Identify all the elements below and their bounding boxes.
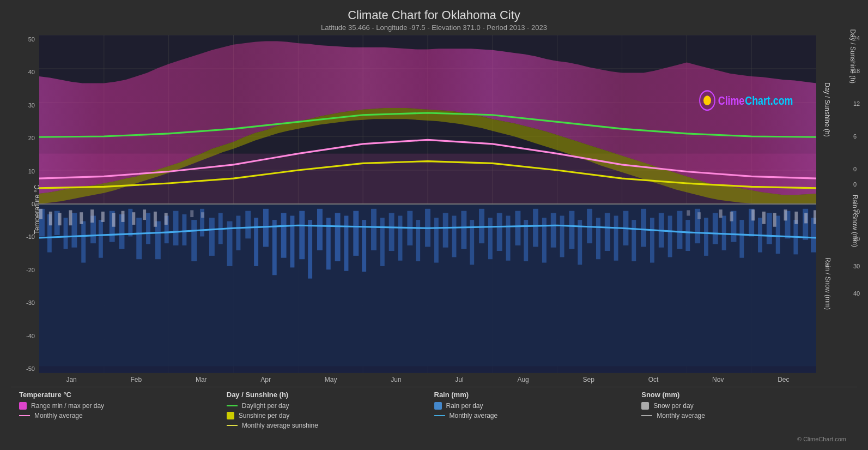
svg-rect-62 xyxy=(344,216,349,271)
svg-rect-123 xyxy=(122,211,125,222)
svg-rect-68 xyxy=(398,216,403,261)
legend-snow-avg: Monthly average xyxy=(641,412,849,419)
month-may: May xyxy=(325,376,337,383)
svg-rect-86 xyxy=(560,216,564,257)
svg-rect-126 xyxy=(154,212,157,227)
legend-snow: Snow (mm) Snow per day Monthly average xyxy=(641,391,849,429)
svg-rect-41 xyxy=(155,221,161,260)
legend-rain-box xyxy=(434,402,442,410)
title-area: Climate Chart for Oklahoma City Latitude… xyxy=(11,5,857,33)
svg-rect-78 xyxy=(488,218,493,259)
legend-rain: Rain (mm) Rain per day Monthly average xyxy=(434,391,642,429)
svg-text:Clime: Clime xyxy=(718,93,745,107)
legend-temp-avg: Monthly average xyxy=(19,412,227,419)
month-sep: Sep xyxy=(583,376,594,383)
legend-sunshine-box xyxy=(227,412,234,419)
svg-rect-134 xyxy=(751,209,755,220)
svg-rect-106 xyxy=(739,220,744,258)
svg-rect-45 xyxy=(191,220,197,261)
svg-rect-109 xyxy=(767,213,772,244)
svg-rect-115 xyxy=(39,209,43,219)
month-dec: Dec xyxy=(778,376,789,383)
svg-rect-61 xyxy=(335,213,341,261)
svg-rect-55 xyxy=(281,213,287,257)
copyright-area: © ClimeChart.com xyxy=(11,433,857,445)
legend-daylight-label: Daylight per day xyxy=(242,402,289,410)
svg-rect-63 xyxy=(353,211,359,256)
svg-rect-33 xyxy=(81,221,86,263)
legend-rain-title: Rain (mm) xyxy=(434,391,642,399)
month-feb: Feb xyxy=(130,376,142,383)
legend-snow-avg-line xyxy=(641,415,652,416)
legend-rain-avg: Monthly average xyxy=(434,412,642,419)
svg-rect-139 xyxy=(804,213,808,223)
svg-rect-117 xyxy=(58,213,62,225)
svg-rect-39 xyxy=(136,218,142,259)
svg-rect-38 xyxy=(128,209,132,237)
svg-rect-87 xyxy=(569,211,574,249)
svg-rect-91 xyxy=(605,213,610,251)
legend-sunshine-box-label: Sunshine per day xyxy=(239,412,289,419)
svg-rect-35 xyxy=(99,220,103,258)
svg-rect-122 xyxy=(112,213,116,226)
svg-rect-70 xyxy=(416,220,420,261)
svg-rect-137 xyxy=(784,209,787,220)
svg-rect-77 xyxy=(479,209,484,243)
svg-rect-129 xyxy=(201,212,204,218)
svg-rect-59 xyxy=(317,209,323,250)
legend-sunshine-avg-label: Monthly average sunshine xyxy=(242,422,318,429)
svg-rect-73 xyxy=(443,213,448,247)
right-axis-container: Day / Sunshine (h) Rain / Snow (mm) xyxy=(816,35,857,383)
legend-sunshine-title: Day / Sunshine (h) xyxy=(227,391,434,399)
svg-rect-98 xyxy=(668,216,672,257)
y-label-right-sunshine: Day / Sunshine (h) xyxy=(822,82,832,136)
main-container: Climate Chart for Oklahoma City Latitude… xyxy=(0,0,868,450)
legend-snow-box xyxy=(641,402,649,410)
legend-sunshine: Day / Sunshine (h) Daylight per day Suns… xyxy=(227,391,434,429)
svg-rect-118 xyxy=(69,210,72,225)
month-apr: Apr xyxy=(260,376,271,383)
month-oct: Oct xyxy=(648,376,659,383)
legend-temp-avg-line xyxy=(19,415,30,416)
svg-rect-138 xyxy=(794,212,798,224)
svg-rect-85 xyxy=(551,213,556,247)
svg-rect-95 xyxy=(641,209,646,247)
svg-rect-120 xyxy=(90,209,94,223)
chart-subtitle: Latitude 35.466 - Longitude -97.5 - Elev… xyxy=(11,23,857,32)
svg-point-147 xyxy=(703,95,711,105)
svg-rect-75 xyxy=(461,211,466,249)
legend-rain-avg-label: Monthly average xyxy=(450,412,498,419)
legend-rain-box-label: Rain per day xyxy=(446,402,483,410)
chart-title: Climate Chart for Oklahoma City xyxy=(11,8,857,22)
svg-rect-135 xyxy=(762,212,766,224)
x-axis-months: Jan Feb Mar Apr May Jun Jul Aug Sep Oct … xyxy=(39,373,816,383)
svg-rect-128 xyxy=(190,210,193,217)
svg-rect-102 xyxy=(704,218,708,256)
legend-sunshine-box-item: Sunshine per day xyxy=(227,412,434,419)
svg-rect-125 xyxy=(143,209,146,220)
svg-rect-51 xyxy=(245,211,251,239)
svg-rect-124 xyxy=(132,212,135,225)
svg-rect-79 xyxy=(497,213,502,251)
svg-rect-67 xyxy=(389,213,394,251)
svg-rect-136 xyxy=(773,213,776,226)
svg-rect-43 xyxy=(173,211,179,245)
svg-rect-47 xyxy=(209,218,215,256)
svg-rect-54 xyxy=(272,220,277,275)
copyright-text: © ClimeChart.com xyxy=(797,436,846,442)
svg-rect-92 xyxy=(614,216,618,261)
svg-rect-127 xyxy=(165,213,168,225)
legend-temperature: Temperature °C Range min / max per day M… xyxy=(19,391,227,429)
svg-rect-31 xyxy=(64,218,68,249)
legend-snow-avg-label: Monthly average xyxy=(657,412,705,419)
svg-rect-50 xyxy=(236,216,240,250)
legend-temp-range-box xyxy=(19,402,27,410)
legend-temp-avg-label: Monthly average xyxy=(34,412,83,419)
legend-sunshine-avg: Monthly average sunshine xyxy=(227,422,434,429)
svg-rect-81 xyxy=(515,211,520,245)
svg-rect-119 xyxy=(80,212,83,224)
legend-rain-avg-line xyxy=(434,415,445,416)
svg-rect-94 xyxy=(632,220,636,261)
legend-daylight: Daylight per day xyxy=(227,402,434,410)
legend-sunshine-avg-line xyxy=(227,425,238,426)
